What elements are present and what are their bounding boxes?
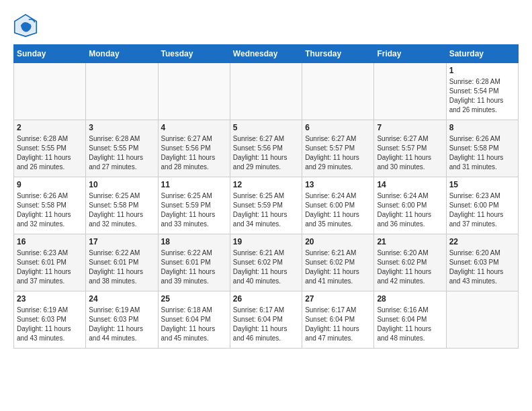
calendar-week-row: 2Sunrise: 6:28 AM Sunset: 5:55 PM Daylig… [14,120,519,177]
calendar-day-header: Thursday [302,45,374,63]
day-info: Sunrise: 6:21 AM Sunset: 6:02 PM Dayligh… [233,248,299,286]
calendar-day-cell: 23Sunrise: 6:19 AM Sunset: 6:03 PM Dayli… [14,291,86,349]
calendar-day-cell: 11Sunrise: 6:25 AM Sunset: 5:59 PM Dayli… [158,177,230,234]
day-number: 19 [233,237,299,246]
calendar-day-cell [230,63,302,120]
day-info: Sunrise: 6:19 AM Sunset: 6:03 PM Dayligh… [17,306,83,343]
calendar-day-header: Sunday [14,45,86,63]
day-number: 20 [305,237,371,246]
day-number: 1 [449,66,515,75]
calendar-day-header: Friday [374,45,446,63]
calendar-day-cell: 18Sunrise: 6:22 AM Sunset: 6:01 PM Dayli… [158,234,230,291]
day-info: Sunrise: 6:27 AM Sunset: 5:57 PM Dayligh… [305,134,371,172]
day-number: 10 [89,180,154,189]
calendar-day-cell: 19Sunrise: 6:21 AM Sunset: 6:02 PM Dayli… [230,234,302,291]
calendar-day-cell: 4Sunrise: 6:27 AM Sunset: 5:56 PM Daylig… [158,120,230,177]
day-info: Sunrise: 6:17 AM Sunset: 6:04 PM Dayligh… [305,306,371,343]
day-number: 3 [89,123,154,132]
calendar-day-cell: 13Sunrise: 6:24 AM Sunset: 6:00 PM Dayli… [302,177,374,234]
day-info: Sunrise: 6:25 AM Sunset: 5:59 PM Dayligh… [161,191,227,229]
calendar-day-cell: 24Sunrise: 6:19 AM Sunset: 6:03 PM Dayli… [86,291,158,349]
calendar-day-cell: 14Sunrise: 6:24 AM Sunset: 6:00 PM Dayli… [374,177,446,234]
calendar-day-cell: 22Sunrise: 6:20 AM Sunset: 6:03 PM Dayli… [446,234,518,291]
day-info: Sunrise: 6:18 AM Sunset: 6:04 PM Dayligh… [161,306,227,343]
day-number: 14 [377,180,443,189]
day-number: 4 [161,123,227,132]
day-info: Sunrise: 6:24 AM Sunset: 6:00 PM Dayligh… [377,191,443,229]
day-number: 15 [449,180,515,189]
day-info: Sunrise: 6:24 AM Sunset: 6:00 PM Dayligh… [305,191,371,229]
calendar-day-cell: 9Sunrise: 6:26 AM Sunset: 5:58 PM Daylig… [14,177,86,234]
day-info: Sunrise: 6:27 AM Sunset: 5:56 PM Dayligh… [233,134,299,172]
calendar-day-header: Tuesday [158,45,230,63]
day-number: 25 [161,294,227,304]
calendar-day-cell: 16Sunrise: 6:23 AM Sunset: 6:01 PM Dayli… [14,234,86,291]
calendar-day-cell: 1Sunrise: 6:28 AM Sunset: 5:54 PM Daylig… [446,63,518,120]
day-number: 5 [233,123,299,132]
calendar-week-row: 9Sunrise: 6:26 AM Sunset: 5:58 PM Daylig… [14,177,519,234]
calendar-day-header: Wednesday [230,45,302,63]
day-info: Sunrise: 6:28 AM Sunset: 5:55 PM Dayligh… [17,134,83,172]
day-number: 13 [305,180,371,189]
day-info: Sunrise: 6:23 AM Sunset: 6:00 PM Dayligh… [449,191,515,229]
calendar-day-cell: 25Sunrise: 6:18 AM Sunset: 6:04 PM Dayli… [158,291,230,349]
day-info: Sunrise: 6:23 AM Sunset: 6:01 PM Dayligh… [17,248,83,286]
day-info: Sunrise: 6:20 AM Sunset: 6:02 PM Dayligh… [377,248,443,286]
day-info: Sunrise: 6:17 AM Sunset: 6:04 PM Dayligh… [233,306,299,343]
day-number: 22 [449,237,515,246]
page-header [13,13,519,38]
day-number: 2 [17,123,83,132]
day-info: Sunrise: 6:28 AM Sunset: 5:55 PM Dayligh… [89,134,154,172]
day-info: Sunrise: 6:22 AM Sunset: 6:01 PM Dayligh… [161,248,227,286]
day-info: Sunrise: 6:16 AM Sunset: 6:04 PM Dayligh… [377,306,443,343]
logo [13,13,42,38]
day-info: Sunrise: 6:26 AM Sunset: 5:58 PM Dayligh… [17,191,83,229]
day-number: 23 [17,294,83,304]
day-info: Sunrise: 6:25 AM Sunset: 5:59 PM Dayligh… [233,191,299,229]
day-info: Sunrise: 6:28 AM Sunset: 5:54 PM Dayligh… [449,77,515,115]
day-info: Sunrise: 6:21 AM Sunset: 6:02 PM Dayligh… [305,248,371,286]
day-info: Sunrise: 6:20 AM Sunset: 6:03 PM Dayligh… [449,248,515,286]
day-number: 24 [89,294,154,304]
day-number: 26 [233,294,299,304]
calendar-day-cell: 10Sunrise: 6:25 AM Sunset: 5:58 PM Dayli… [86,177,158,234]
day-info: Sunrise: 6:27 AM Sunset: 5:57 PM Dayligh… [377,134,443,172]
calendar-day-cell: 6Sunrise: 6:27 AM Sunset: 5:57 PM Daylig… [302,120,374,177]
calendar-day-header: Saturday [446,45,518,63]
calendar-week-row: 23Sunrise: 6:19 AM Sunset: 6:03 PM Dayli… [14,291,519,349]
calendar-day-cell [446,291,518,349]
calendar-table: SundayMondayTuesdayWednesdayThursdayFrid… [13,44,519,349]
calendar-day-cell [86,63,158,120]
calendar-day-cell [302,63,374,120]
calendar-day-header: Monday [86,45,158,63]
day-number: 7 [377,123,443,132]
day-number: 28 [377,294,443,304]
calendar-day-cell: 5Sunrise: 6:27 AM Sunset: 5:56 PM Daylig… [230,120,302,177]
day-info: Sunrise: 6:19 AM Sunset: 6:03 PM Dayligh… [89,306,154,343]
calendar-header-row: SundayMondayTuesdayWednesdayThursdayFrid… [14,45,519,63]
calendar-day-cell: 20Sunrise: 6:21 AM Sunset: 6:02 PM Dayli… [302,234,374,291]
day-info: Sunrise: 6:26 AM Sunset: 5:58 PM Dayligh… [449,134,515,172]
day-number: 27 [305,294,371,304]
calendar-day-cell: 26Sunrise: 6:17 AM Sunset: 6:04 PM Dayli… [230,291,302,349]
logo-icon [13,13,38,38]
day-info: Sunrise: 6:27 AM Sunset: 5:56 PM Dayligh… [161,134,227,172]
day-number: 6 [305,123,371,132]
calendar-day-cell: 12Sunrise: 6:25 AM Sunset: 5:59 PM Dayli… [230,177,302,234]
day-number: 11 [161,180,227,189]
calendar-day-cell [374,63,446,120]
calendar-day-cell [14,63,86,120]
calendar-day-cell: 21Sunrise: 6:20 AM Sunset: 6:02 PM Dayli… [374,234,446,291]
calendar-day-cell: 7Sunrise: 6:27 AM Sunset: 5:57 PM Daylig… [374,120,446,177]
day-number: 21 [377,237,443,246]
calendar-week-row: 1Sunrise: 6:28 AM Sunset: 5:54 PM Daylig… [14,63,519,120]
day-number: 16 [17,237,83,246]
calendar-day-cell: 27Sunrise: 6:17 AM Sunset: 6:04 PM Dayli… [302,291,374,349]
calendar-day-cell: 15Sunrise: 6:23 AM Sunset: 6:00 PM Dayli… [446,177,518,234]
day-info: Sunrise: 6:22 AM Sunset: 6:01 PM Dayligh… [89,248,154,286]
calendar-day-cell: 2Sunrise: 6:28 AM Sunset: 5:55 PM Daylig… [14,120,86,177]
calendar-day-cell: 28Sunrise: 6:16 AM Sunset: 6:04 PM Dayli… [374,291,446,349]
day-info: Sunrise: 6:25 AM Sunset: 5:58 PM Dayligh… [89,191,154,229]
day-number: 8 [449,123,515,132]
day-number: 9 [17,180,83,189]
